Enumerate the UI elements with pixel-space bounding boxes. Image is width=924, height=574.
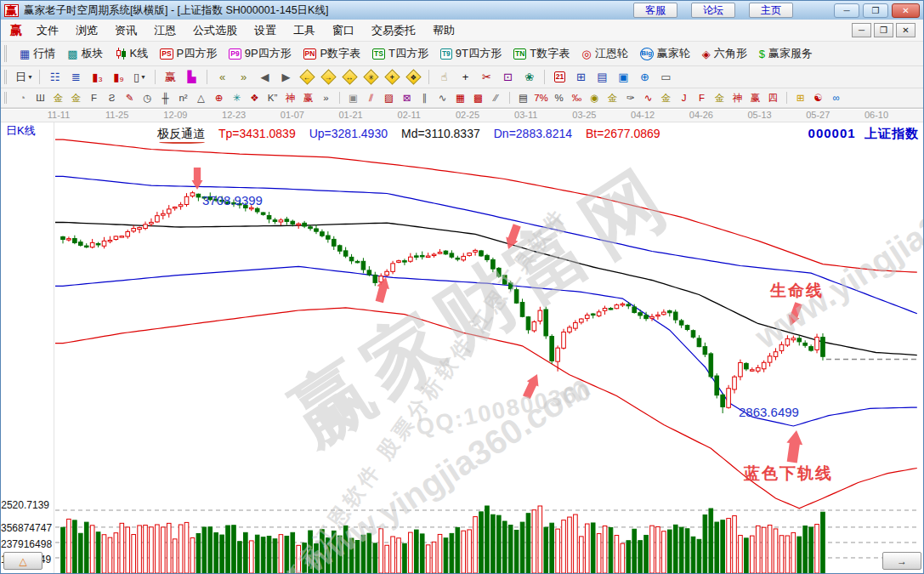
mdi-minimize-button[interactable]: ─: [852, 23, 871, 37]
wave-line-tool[interactable]: ∿: [639, 90, 657, 106]
menu-item-8[interactable]: 交易委托: [363, 20, 424, 41]
nav-all-diamond[interactable]: ❖: [403, 68, 424, 87]
menu-item-5[interactable]: 设置: [246, 20, 285, 41]
menu-item-0[interactable]: 文件: [28, 20, 67, 41]
titlebar-button-0[interactable]: 客服: [633, 3, 677, 18]
p9-square-button[interactable]: P99P四方形: [223, 43, 297, 64]
permille-tool[interactable]: ‰: [568, 90, 586, 106]
titlebar-button-1[interactable]: 论坛: [691, 3, 735, 18]
gold-angle-tool[interactable]: 金: [657, 90, 675, 106]
shen-tool[interactable]: 神: [281, 90, 299, 106]
crosshair-icon[interactable]: +: [455, 68, 476, 87]
box-web-tool[interactable]: ⊠: [398, 90, 416, 106]
nav-plus-diamond[interactable]: +: [382, 68, 403, 87]
gold-comb-tool[interactable]: 金: [49, 90, 67, 106]
ruler-tool[interactable]: ▤: [514, 90, 532, 106]
close-button[interactable]: ✕: [892, 3, 920, 18]
toolbar-grip[interactable]: [4, 45, 9, 61]
box-fan-tool[interactable]: ▨: [380, 90, 398, 106]
target-tool[interactable]: ⊕: [210, 90, 228, 106]
minimize-button[interactable]: ─: [834, 3, 859, 18]
calendar-21-icon[interactable]: 21: [549, 68, 570, 87]
pattern-box-icon[interactable]: ⊡: [497, 68, 519, 87]
scroll-right-button[interactable]: →: [882, 552, 921, 570]
shen-angle-tool[interactable]: 神: [728, 90, 746, 106]
measure-icon[interactable]: ✂: [476, 68, 497, 87]
nav-star-diamond[interactable]: ✳: [360, 68, 382, 87]
flower-icon[interactable]: ❀: [519, 68, 540, 87]
menu-item-3[interactable]: 江恩: [145, 20, 184, 41]
toolbar-grip[interactable]: [4, 92, 9, 105]
parallel-lines-tool[interactable]: ∥: [416, 90, 434, 106]
k-note-tool[interactable]: K”: [264, 90, 281, 106]
next-bar-icon[interactable]: ▶: [275, 68, 297, 87]
gann-fan-tool[interactable]: ◔: [14, 90, 31, 106]
winner-wheel-button[interactable]: Big赢家轮: [634, 43, 696, 64]
last-bar-icon[interactable]: »: [233, 68, 254, 87]
calculator-icon[interactable]: ⊞: [570, 68, 592, 87]
period-kline-dropdown[interactable]: 日▼: [14, 68, 35, 87]
mdi-close-button[interactable]: ✕: [896, 23, 915, 37]
quote-list-icon[interactable]: ≣: [65, 68, 87, 87]
quotes-button[interactable]: ▦行情: [14, 43, 61, 64]
ray-fan-tool[interactable]: ⫽: [362, 90, 380, 106]
t-square-button[interactable]: TST四方形: [366, 43, 434, 64]
hammer-tool[interactable]: ✎: [121, 90, 139, 106]
window-layout-icon[interactable]: ☷: [44, 68, 65, 87]
menu-item-1[interactable]: 浏览: [67, 20, 106, 41]
grid-comb-tool[interactable]: ╫: [156, 90, 174, 106]
slash-lines-tool[interactable]: ⁄⁄: [487, 90, 505, 106]
menu-item-6[interactable]: 工具: [285, 20, 324, 41]
save-icon[interactable]: ▣: [613, 68, 634, 87]
n-square-tool[interactable]: n²: [174, 90, 192, 106]
hexagon-button[interactable]: ◈六角形: [696, 43, 753, 64]
chart-canvas[interactable]: 赢家财富网 赢家江恩软件 股票分析软件 江恩工具软件 www.yingjia36…: [1, 122, 924, 573]
pane-toggle-button[interactable]: △: [3, 552, 43, 570]
kline-button[interactable]: K线: [110, 43, 155, 64]
gann-wheel-button[interactable]: ◎江恩轮: [575, 43, 633, 64]
si-angle-tool[interactable]: 四: [764, 90, 782, 106]
ying-angle-tool[interactable]: 赢: [746, 90, 764, 106]
titlebar-button-2[interactable]: 主页: [749, 3, 793, 18]
more-tools-chevron[interactable]: »: [317, 90, 335, 106]
winner-mark-icon[interactable]: 赢: [160, 68, 181, 87]
hand-tool-icon[interactable]: ☝: [434, 68, 455, 87]
toolbar-grip[interactable]: [4, 70, 9, 84]
print-icon[interactable]: ▭: [655, 68, 677, 87]
notes-icon[interactable]: ▤: [592, 68, 613, 87]
brush-tool[interactable]: ✑: [621, 90, 639, 106]
gold-line-tool[interactable]: 金: [604, 90, 621, 106]
nav-left-diamond[interactable]: ←: [297, 68, 318, 87]
j-angle-tool[interactable]: J: [675, 90, 693, 106]
box-tool[interactable]: ▣: [344, 90, 362, 106]
first-bar-icon[interactable]: «: [212, 68, 233, 87]
gold-angle-2-tool[interactable]: 金: [711, 90, 728, 106]
volume-histogram-icon[interactable]: ▙: [181, 68, 202, 87]
ying-tool[interactable]: 赢: [299, 90, 317, 106]
sectors-button[interactable]: ▩板块: [61, 43, 109, 64]
percent-tool[interactable]: %: [550, 90, 568, 106]
bars-3-icon[interactable]: ▮₃: [87, 68, 108, 87]
t9-square-button[interactable]: T99T四方形: [434, 43, 507, 64]
p-square-button[interactable]: PSP四方形: [154, 43, 223, 64]
gold-comb-2-tool[interactable]: 金: [67, 90, 85, 106]
menu-item-4[interactable]: 公式选股: [184, 20, 246, 41]
clock-tool[interactable]: ◷: [139, 90, 156, 106]
f-angle-tool[interactable]: F: [693, 90, 711, 106]
bars-9-icon[interactable]: ▮₉: [108, 68, 129, 87]
wave-flag-tool[interactable]: △: [192, 90, 210, 106]
s-comb-tool[interactable]: Ƨ: [103, 90, 121, 106]
zigzag-tool[interactable]: ∿: [434, 90, 451, 106]
yinyang-tool[interactable]: ☯: [809, 90, 827, 106]
seven-percent-tool[interactable]: 7%: [532, 90, 550, 106]
nav-right-diamond[interactable]: →: [318, 68, 339, 87]
prev-bar-icon[interactable]: ◀: [254, 68, 275, 87]
menu-item-7[interactable]: 窗口: [324, 20, 363, 41]
p-number-table-button[interactable]: PNP数字表: [298, 43, 366, 64]
web-tool[interactable]: ✳: [228, 90, 246, 106]
restore-button[interactable]: ❐: [863, 3, 888, 18]
infinity-tool[interactable]: ∞: [827, 90, 845, 106]
red-grid-tool[interactable]: ▦: [451, 90, 469, 106]
menu-item-2[interactable]: 资讯: [106, 20, 145, 41]
menu-item-9[interactable]: 帮助: [424, 20, 463, 41]
